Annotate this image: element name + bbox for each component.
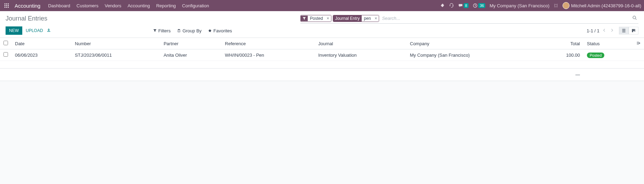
apps-icon[interactable] xyxy=(3,2,10,9)
nav-item-configuration[interactable]: Configuration xyxy=(182,3,209,8)
filters-label: Filters xyxy=(158,28,171,33)
search-facet-journal-entry: Journal Entry pen × xyxy=(333,15,379,22)
groupby-label: Group By xyxy=(182,28,202,33)
breadcrumb: Journal Entries xyxy=(6,15,47,22)
status-badge: Posted xyxy=(587,53,604,58)
select-all-checkbox[interactable] xyxy=(3,41,8,45)
svg-point-12 xyxy=(633,16,636,19)
col-number[interactable]: Number xyxy=(71,38,160,49)
favorites-button[interactable]: Favorites xyxy=(208,28,232,33)
facet-label: Posted xyxy=(308,15,325,22)
action-buttons: NEW UPLOAD xyxy=(6,26,51,35)
kanban-view-button[interactable] xyxy=(629,27,638,34)
svg-rect-4 xyxy=(6,5,7,6)
pager-prev[interactable] xyxy=(602,27,607,34)
favorites-label: Favorites xyxy=(213,28,232,33)
svg-rect-13 xyxy=(632,29,633,32)
table-header-row: Date Number Partner Reference Journal Co… xyxy=(0,38,644,49)
svg-rect-3 xyxy=(5,5,6,6)
debug-icon[interactable] xyxy=(553,3,558,8)
col-partner[interactable]: Partner xyxy=(160,38,221,49)
cell-partner: Anita Oliver xyxy=(160,49,221,61)
col-status[interactable]: Status xyxy=(583,38,633,49)
list-view-button[interactable] xyxy=(619,27,629,34)
new-button[interactable]: NEW xyxy=(6,26,22,35)
svg-rect-15 xyxy=(635,29,635,32)
user-name: Mitchell Admin (42438799-16-0-all) xyxy=(571,3,641,8)
avatar xyxy=(563,2,570,9)
company-switcher[interactable]: My Company (San Francisco) xyxy=(489,3,549,8)
svg-rect-6 xyxy=(5,7,6,8)
nav-item-vendors[interactable]: Vendors xyxy=(105,3,121,8)
col-reference[interactable]: Reference xyxy=(221,38,315,49)
svg-rect-7 xyxy=(6,7,7,8)
download-icon[interactable] xyxy=(46,28,51,34)
pager: 1-1 / 1 xyxy=(587,27,615,34)
top-navbar: Accounting Dashboard Customers Vendors A… xyxy=(0,0,644,11)
summary-row: — xyxy=(0,69,644,81)
activities-icon[interactable]: 36 xyxy=(473,3,485,8)
svg-rect-5 xyxy=(8,5,9,6)
search-icon[interactable] xyxy=(631,14,638,23)
messages-icon[interactable]: 8 xyxy=(458,3,469,8)
facet-value: pen xyxy=(362,15,373,22)
nav-right: 8 36 My Company (San Francisco) Mitchell… xyxy=(440,2,641,9)
search-input[interactable] xyxy=(380,15,631,22)
facet-remove[interactable]: × xyxy=(373,15,379,22)
user-menu[interactable]: Mitchell Admin (42438799-16-0-all) xyxy=(563,2,641,9)
table-row[interactable]: 06/06/2023 STJ/2023/06/0011 Anita Oliver… xyxy=(0,49,644,61)
col-total[interactable]: Total xyxy=(541,38,583,49)
cell-number: STJ/2023/06/0011 xyxy=(71,49,160,61)
svg-rect-10 xyxy=(453,5,454,6)
svg-rect-2 xyxy=(8,3,9,5)
groupby-button[interactable]: Group By xyxy=(177,28,202,33)
pager-range[interactable]: 1-1 / 1 xyxy=(587,28,599,33)
facet-remove[interactable]: × xyxy=(325,15,331,22)
filter-icon xyxy=(301,16,308,21)
svg-rect-0 xyxy=(5,3,6,5)
search-options: Filters Group By Favorites xyxy=(153,28,485,33)
messages-badge: 8 xyxy=(464,3,469,8)
upload-button[interactable]: UPLOAD xyxy=(26,28,43,33)
optional-columns-icon[interactable] xyxy=(636,41,641,46)
spacer-row xyxy=(0,61,644,69)
svg-rect-9 xyxy=(450,5,450,6)
pager-next[interactable] xyxy=(609,27,615,34)
col-company[interactable]: Company xyxy=(407,38,542,49)
svg-rect-8 xyxy=(8,7,9,8)
cell-company: My Company (San Francisco) xyxy=(407,49,542,61)
nav-item-dashboard[interactable]: Dashboard xyxy=(48,3,70,8)
cell-date: 06/06/2023 xyxy=(11,49,71,61)
facet-label: Journal Entry xyxy=(333,15,362,22)
cell-journal: Inventory Valuation xyxy=(315,49,406,61)
app-brand[interactable]: Accounting xyxy=(15,3,40,9)
col-date[interactable]: Date xyxy=(11,38,71,49)
nav-item-customers[interactable]: Customers xyxy=(77,3,99,8)
nav-left: Accounting Dashboard Customers Vendors A… xyxy=(3,2,209,9)
cell-reference: WH/IN/00023 - Pen xyxy=(221,49,315,61)
search-facet-posted: Posted × xyxy=(300,15,331,22)
row-checkbox[interactable] xyxy=(3,52,8,57)
nav-item-accounting[interactable]: Accounting xyxy=(127,3,150,8)
cell-total: 100.00 xyxy=(541,49,583,61)
col-journal[interactable]: Journal xyxy=(315,38,406,49)
list-view: Date Number Partner Reference Journal Co… xyxy=(0,38,644,81)
nav-item-reporting[interactable]: Reporting xyxy=(156,3,176,8)
bug-icon[interactable] xyxy=(440,3,445,8)
nav-menu: Dashboard Customers Vendors Accounting R… xyxy=(48,3,209,8)
control-panel: Journal Entries Posted × Journal Entry p… xyxy=(0,11,644,38)
svg-rect-1 xyxy=(6,3,7,5)
view-switcher xyxy=(619,27,638,34)
search-box[interactable]: Posted × Journal Entry pen × xyxy=(300,13,638,24)
activities-badge: 36 xyxy=(478,3,485,8)
svg-rect-14 xyxy=(633,29,634,31)
support-icon[interactable] xyxy=(449,3,454,8)
summary-total: — xyxy=(575,72,580,77)
entries-table: Date Number Partner Reference Journal Co… xyxy=(0,38,644,81)
filters-button[interactable]: Filters xyxy=(153,28,171,33)
